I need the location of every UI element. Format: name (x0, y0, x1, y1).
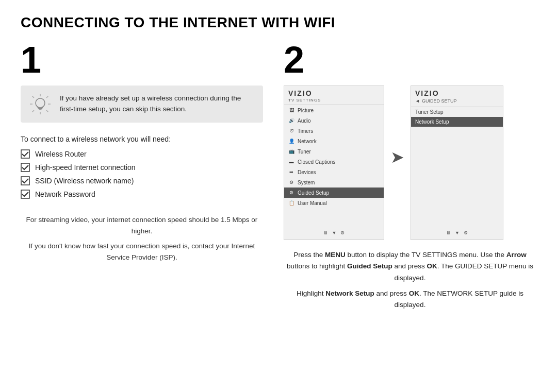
list-item: High-speed Internet connection (21, 163, 263, 172)
info-box-text: If you have already set up a wireless co… (60, 93, 255, 115)
audio-icon: 🔊 (288, 117, 294, 124)
user-manual-icon: 📋 (288, 200, 294, 206)
checkbox-icon (21, 190, 30, 199)
step2-column: 2 VIZIO TV SETTINGS 🖼 Picture 🔊 Au (278, 41, 536, 315)
menu-item-user-manual: 📋 User Manual (284, 198, 384, 208)
menu-item-timers: ⏱ Timers (284, 126, 384, 136)
menu-item-tuner: 📺 Tuner (284, 146, 384, 157)
screen1-header: VIZIO TV SETTINGS (284, 86, 384, 105)
step2-instructions: Press the MENU button to display the TV … (284, 249, 536, 311)
arrow-container: ➤ (384, 147, 411, 167)
svg-line-6 (46, 96, 48, 98)
menu-item-guided-setup: ⚙ Guided Setup (284, 188, 384, 198)
checkbox-icon (21, 163, 30, 172)
menu-item-devices: ➡ Devices (284, 167, 384, 177)
menu-item-tuner-setup: Tuner Setup (411, 107, 503, 117)
menu-item-captions: ▬ Closed Captions (284, 157, 384, 167)
footer2-icon-gear: ⚙ (464, 230, 468, 235)
footer-icon-gear: ⚙ (340, 230, 345, 235)
menu-item-system: ⚙ System (284, 177, 384, 188)
screen1-footer: 🖥 ▼ ⚙ (284, 230, 384, 235)
menu-item-audio: 🔊 Audio (284, 115, 384, 126)
tuner-icon: 📺 (288, 148, 294, 155)
checklist-item-label: High-speed Internet connection (35, 163, 136, 172)
streaming-info: For streaming video, your internet conne… (21, 214, 263, 263)
svg-line-5 (46, 110, 48, 112)
page-title: CONNECTING TO THE INTERNET WITH WIFI (21, 14, 536, 31)
step1-number: 1 (21, 41, 263, 78)
guided-setup-label: GUIDED SETUP (422, 98, 457, 104)
list-item: SSID (Wireless network name) (21, 176, 263, 185)
back-arrow-icon: ◄ (415, 98, 420, 104)
checklist-item-label: Network Password (35, 190, 95, 198)
connect-need-text: To connect to a wireless network you wil… (21, 135, 263, 143)
menu-item-network: 👤 Network (284, 136, 384, 146)
list-item: Network Password (21, 190, 263, 199)
page: CONNECTING TO THE INTERNET WITH WIFI 1 (0, 0, 557, 325)
list-item: Wireless Router (21, 149, 263, 159)
vizio-logo-1: VIZIO (288, 89, 380, 97)
checklist-item-label: Wireless Router (35, 150, 87, 158)
step1-column: 1 I (21, 41, 278, 315)
streaming-isp-text: If you don't know how fast your connecti… (21, 241, 263, 263)
checkbox-icon (21, 176, 30, 185)
info-box: If you have already set up a wireless co… (21, 86, 263, 123)
right-arrow-icon: ➤ (390, 147, 404, 167)
tv-screens-container: VIZIO TV SETTINGS 🖼 Picture 🔊 Audio ⏱ (284, 86, 536, 240)
screen2-footer: 🖥 ▼ ⚙ (411, 230, 503, 235)
screen1-subtitle: TV SETTINGS (288, 98, 380, 103)
tv-screen-2: VIZIO ◄ GUIDED SETUP Tuner Setup Network… (411, 86, 503, 240)
checklist: Wireless Router High-speed Internet conn… (21, 149, 263, 199)
instruction-1: Press the MENU button to display the TV … (284, 249, 536, 284)
vizio-logo-2: VIZIO (415, 89, 499, 97)
footer2-icon-down: ▼ (455, 230, 460, 235)
tv-screen-1: VIZIO TV SETTINGS 🖼 Picture 🔊 Audio ⏱ (284, 86, 384, 240)
footer2-icon-tv: 🖥 (446, 230, 451, 235)
two-column-layout: 1 I (21, 41, 536, 315)
menu-item-picture: 🖼 Picture (284, 105, 384, 115)
instruction-2: Highlight Network Setup and press OK. Th… (284, 288, 536, 311)
streaming-speed-text: For streaming video, your internet conne… (21, 214, 263, 236)
captions-icon: ▬ (288, 159, 294, 165)
footer-icon-tv: 🖥 (323, 230, 328, 235)
footer-icon-down: ▼ (332, 230, 337, 235)
system-icon: ⚙ (288, 179, 294, 185)
checklist-item-label: SSID (Wireless network name) (35, 177, 134, 185)
picture-icon: 🖼 (288, 107, 294, 113)
back-item: ◄ GUIDED SETUP (415, 97, 499, 105)
screen2-header: VIZIO ◄ GUIDED SETUP (411, 86, 503, 107)
svg-point-8 (36, 98, 45, 108)
checkbox-icon (21, 149, 30, 159)
devices-icon: ➡ (288, 169, 294, 175)
timers-icon: ⏱ (288, 128, 294, 134)
lightbulb-icon (29, 93, 52, 115)
step2-number: 2 (284, 41, 536, 78)
menu-item-network-setup: Network Setup (411, 117, 503, 127)
guided-setup-icon: ⚙ (288, 190, 294, 196)
svg-line-7 (32, 110, 35, 112)
svg-line-4 (32, 96, 35, 98)
network-icon: 👤 (288, 138, 294, 144)
